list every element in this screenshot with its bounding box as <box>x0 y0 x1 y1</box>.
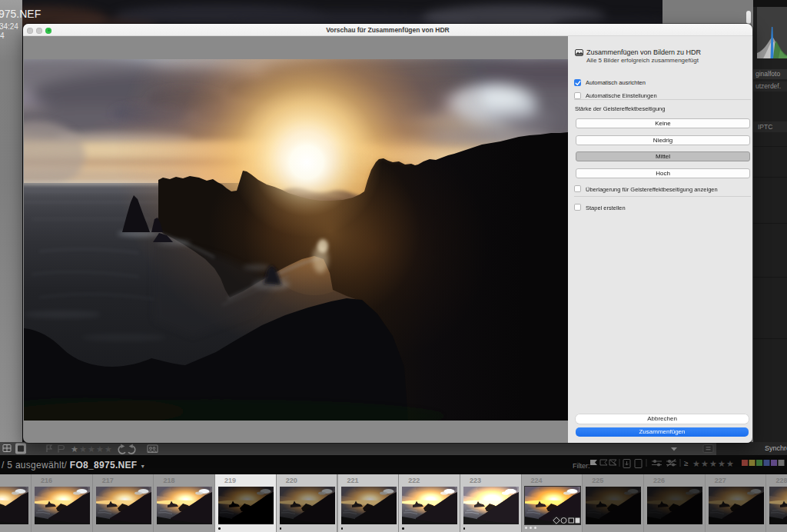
svg-text:★: ★ <box>88 444 95 454</box>
svg-text:★: ★ <box>709 459 717 468</box>
svg-text:★: ★ <box>105 444 112 454</box>
svg-text:★: ★ <box>726 459 734 468</box>
svg-text:★: ★ <box>71 444 78 454</box>
svg-text:★: ★ <box>692 459 700 468</box>
svg-text:★: ★ <box>79 444 87 454</box>
svg-text:≥: ≥ <box>684 459 689 467</box>
svg-text:★: ★ <box>718 459 726 468</box>
svg-text:★: ★ <box>96 444 104 454</box>
svg-text:★: ★ <box>701 459 709 468</box>
